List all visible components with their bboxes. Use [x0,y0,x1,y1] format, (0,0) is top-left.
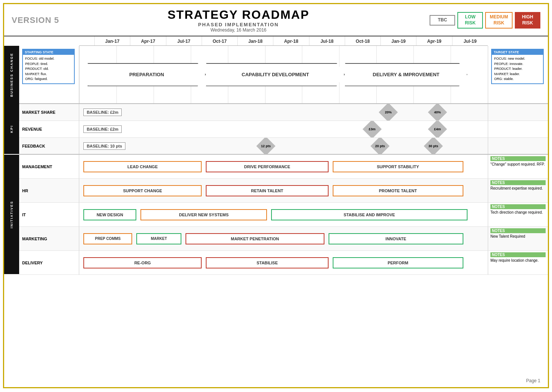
feedback-diamond-3: 30 pts [424,138,443,154]
phase-delivery: DELIVERY & IMPROVEMENT [345,63,467,86]
marketing-notes-text: New Talent Required [490,234,546,238]
kpi-revenue-row: REVENUE BASELINE: £2m £3m £4m [19,121,548,138]
hr-grid: SUPPORT CHANGE RETAIN TALENT PROMOTE TAL… [79,179,488,202]
revenue-label: REVENUE [19,121,79,137]
marketing-notes: NOTES New Talent Required [488,227,548,250]
delivery-grid: RE-ORG STABILISE PERFORM [79,251,488,274]
tl-jan18: Jan-18 [237,36,273,45]
tl-apr19: Apr-19 [416,36,452,45]
market-share-notes-empty [488,104,548,121]
feedback-notes-empty [488,138,548,154]
header: VERSION 5 STRATEGY ROADMAP PHASED IMPLEM… [4,4,548,36]
business-change-notes: TARGET STATE FOCUS: new model. PEOPLE: i… [488,46,548,103]
hr-notes-text: Recruitment expertise required. [490,186,546,190]
hr-notes: NOTES Recruitment expertise required. [488,179,548,202]
tl-apr18: Apr-18 [273,36,309,45]
timeline-columns: Jan-17 Apr-17 Jul-17 Oct-17 Jan-18 Apr-1… [94,36,488,45]
delivery-bar-perform: PERFORM [333,257,463,268]
risk-high: HIGH RISK [515,12,540,28]
feedback-baseline: BASELINE: 10 pts [83,142,125,150]
tl-jul18: Jul-18 [309,36,345,45]
business-change-label-area: STARTING STATE FOCUS: old model. PEOPLE:… [19,46,79,103]
subtitle: PHASED IMPLEMENTATION [72,22,405,27]
tl-jul17: Jul-17 [166,36,202,45]
business-change-grid: PREPARATION CAPABILITY DEVELOPMENT DELIV… [79,46,488,103]
marketing-notes-label: NOTES [490,228,546,233]
main-title: STRATEGY ROADMAP [72,8,405,22]
header-center: STRATEGY ROADMAP PHASED IMPLEMENTATION W… [72,8,405,33]
revenue-grid: BASELINE: £2m £3m £4m [79,121,488,137]
market-share-diamond-1: 20% [379,104,398,121]
phase-capability: CAPABILITY DEVELOPMENT [206,63,345,86]
phase-preparation: PREPARATION [87,63,206,86]
target-state-content: FOCUS: new model. PEOPLE: innovate. PROD… [494,56,541,82]
marketing-row: MARKETING PREP COMMS MARKET MARKET PENET… [19,227,548,251]
kpi-feedback-row: FEEDBACK BASELINE: 10 pts 12 pts 20 pts … [19,138,548,155]
main-rows: BUSINESS CHANGE KPI INITIATIVES STARTING… [4,46,548,275]
feedback-diamond-1: 12 pts [256,138,275,154]
hr-notes-label: NOTES [490,180,546,185]
date-label: Wednesday, 16 March 2016 [72,27,405,33]
marketing-label: MARKETING [19,227,79,250]
delivery-notes-label: NOTES [490,252,546,257]
capability-label: CAPABILITY DEVELOPMENT [206,63,345,86]
starting-state-content: FOCUS: old model. PEOPLE: tired. PRODUCT… [25,56,72,82]
it-bar-stabilise: STABILISE AND IMPROVE [271,209,467,220]
risk-low: LOW RISK [457,12,483,28]
market-share-diamond-2: 40% [428,104,447,121]
tl-oct18: Oct-18 [345,36,380,45]
target-state-title: TARGET STATE [492,50,543,55]
tl-jul19: Jul-19 [452,36,488,45]
marketing-bar-prep: PREP COMMS [83,233,133,244]
risk-legend: TBC LOW RISK MEDIUM RISK HIGH RISK [405,12,540,28]
delivery-label: DELIVERY & IMPROVEMENT [345,63,467,86]
market-share-grid: BASELINE: £2m 20% 40% [79,104,488,121]
it-label: IT [19,203,79,226]
management-row: MANAGEMENT LEAD CHANGE DRIVE PERFORMANCE… [19,155,548,179]
delivery-row: DELIVERY RE-ORG STABILISE PERFORM NOTES … [19,251,548,275]
version-label: VERSION 5 [12,15,72,25]
management-label: MANAGEMENT [19,155,79,178]
it-bar-deliver: DELIVER NEW SYSTEMS [140,209,267,220]
starting-state-title: STARTING STATE [23,50,74,55]
preparation-label: PREPARATION [87,63,206,86]
it-bar-new-design: NEW DESIGN [83,209,136,220]
business-change-row: STARTING STATE FOCUS: old model. PEOPLE:… [19,46,548,104]
kpi-market-share-row: MARKET SHARE BASELINE: £2m 20% 40% [19,104,548,121]
management-bar-support: SUPPORT STABILITY [333,161,463,172]
timeline-header: Jan-17 Apr-17 Jul-17 Oct-17 Jan-18 Apr-1… [79,36,488,46]
hr-bar-retain: RETAIN TALENT [206,185,328,196]
delivery-bar-stabilise: STABILISE [206,257,328,268]
tl-oct17: Oct-17 [202,36,237,45]
management-grid: LEAD CHANGE DRIVE PERFORMANCE SUPPORT ST… [79,155,488,178]
management-notes-label: NOTES [490,156,546,161]
management-notes-text: "Change" support required. RFP. [490,162,546,166]
section-initiatives: INITIATIVES [4,155,19,275]
risk-medium: MEDIUM RISK [485,12,513,28]
content-area: STARTING STATE FOCUS: old model. PEOPLE:… [19,46,548,275]
delivery-bar-reorg: RE-ORG [83,257,202,268]
management-notes: NOTES "Change" support required. RFP. [488,155,548,178]
feedback-diamond-2: 20 pts [371,138,390,154]
tl-apr17: Apr-17 [130,36,166,45]
delivery-notes-text: May require location change. [490,258,546,262]
marketing-bar-penetration: MARKET PENETRATION [186,233,324,244]
marketing-bar-market: MARKET [136,233,181,244]
hr-bar-promote: PROMOTE TALENT [333,185,463,196]
hr-label: HR [19,179,79,202]
section-business-change: BUSINESS CHANGE [4,46,19,104]
target-state-box: TARGET STATE FOCUS: new model. PEOPLE: i… [491,49,544,84]
it-notes: NOTES Tech direction change required. [488,203,548,226]
management-bar-lead: LEAD CHANGE [83,161,202,172]
delivery-label: DELIVERY [19,251,79,274]
revenue-diamond-2: £4m [428,121,447,137]
market-share-label: MARKET SHARE [19,104,79,121]
feedback-label: FEEDBACK [19,138,79,154]
management-bar-drive: DRIVE PERFORMANCE [206,161,328,172]
marketing-bar-innovate: INNOVATE [329,233,463,244]
hr-row: HR SUPPORT CHANGE RETAIN TALENT PROMOTE … [19,179,548,203]
risk-tbc: TBC [430,15,455,26]
revenue-notes-empty [488,121,548,137]
revenue-diamond-1: £3m [362,121,382,137]
tl-jan17: Jan-17 [94,36,130,45]
